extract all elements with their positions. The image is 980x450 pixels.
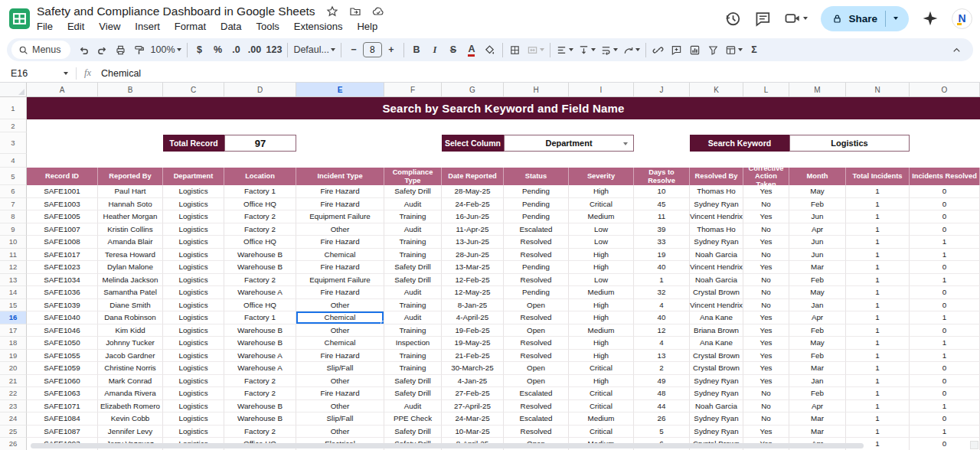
cell-L21[interactable]: Yes bbox=[743, 375, 789, 388]
cell-A17[interactable]: SAFE1046 bbox=[27, 324, 98, 338]
cell-K25[interactable]: Sydney Ryan bbox=[690, 426, 743, 439]
cell-C9[interactable]: Logistics bbox=[163, 223, 224, 236]
cell-K11[interactable]: Noah Garcia bbox=[690, 249, 743, 262]
cell-H17[interactable]: Open bbox=[504, 324, 569, 338]
row-header-5[interactable]: 5 bbox=[0, 168, 27, 185]
cell-M6[interactable]: May bbox=[789, 185, 846, 198]
cell-C15[interactable]: Logistics bbox=[163, 299, 224, 312]
cell-O13[interactable]: 1 bbox=[910, 274, 980, 287]
cell-B9[interactable]: Kristin Collins bbox=[98, 223, 163, 236]
vertical-align-button[interactable] bbox=[576, 41, 598, 59]
cell-I14[interactable]: Medium bbox=[569, 286, 634, 299]
row-header-25[interactable]: 25 bbox=[0, 426, 27, 439]
cell-K15[interactable]: Vincent Hendrix bbox=[690, 299, 743, 312]
table-header-L[interactable]: Corrective Action Taken bbox=[743, 168, 789, 185]
star-icon[interactable] bbox=[326, 5, 338, 18]
cell-N17[interactable]: 1 bbox=[846, 324, 910, 338]
cell-B23[interactable]: Elizabeth Romero bbox=[98, 400, 163, 413]
cell-K8[interactable]: Vincent Hendrix bbox=[690, 210, 743, 223]
cell-B13[interactable]: Melinda Jackson bbox=[98, 274, 163, 287]
cell-G22[interactable]: 27-Feb-25 bbox=[442, 387, 504, 400]
menu-item-extensions[interactable]: Extensions bbox=[294, 21, 343, 32]
cell-L8[interactable]: Yes bbox=[743, 210, 789, 223]
cell-L24[interactable]: No bbox=[743, 412, 789, 426]
cell-C8[interactable]: Logistics bbox=[163, 210, 224, 223]
cell-C13[interactable]: Logistics bbox=[163, 274, 224, 287]
cell-F18[interactable]: Inspection bbox=[384, 337, 442, 350]
cell-E15[interactable]: Other bbox=[296, 299, 384, 312]
cell-B25[interactable]: Jennifer Levy bbox=[98, 426, 163, 439]
cell-O12[interactable]: 0 bbox=[910, 261, 980, 274]
row-header-1[interactable]: 1 bbox=[0, 97, 27, 119]
create-filter-button[interactable] bbox=[704, 41, 723, 59]
cell-B16[interactable]: Dana Robinson bbox=[98, 311, 163, 324]
cell-L10[interactable]: Yes bbox=[743, 236, 789, 249]
menus-search[interactable]: Menus bbox=[11, 41, 70, 59]
cell-M13[interactable]: Feb bbox=[789, 274, 846, 287]
comments-icon[interactable] bbox=[754, 10, 771, 27]
cell-M23[interactable]: Apr bbox=[789, 400, 846, 413]
cell-H12[interactable]: Pending bbox=[504, 261, 569, 274]
cell-E12[interactable]: Fire Hazard bbox=[296, 261, 384, 274]
cell-G23[interactable]: 27-April-25 bbox=[442, 400, 504, 413]
row-header-9[interactable]: 9 bbox=[0, 223, 27, 236]
text-wrap-button[interactable] bbox=[598, 41, 620, 59]
row-header-8[interactable]: 8 bbox=[0, 210, 27, 223]
cell-I6[interactable]: High bbox=[569, 185, 634, 198]
table-header-J[interactable]: Days to Resolve bbox=[634, 168, 690, 185]
merge-cells-button[interactable] bbox=[524, 41, 547, 59]
account-avatar[interactable]: N bbox=[952, 8, 972, 29]
cell-J11[interactable]: 19 bbox=[634, 249, 690, 262]
cell-A24[interactable]: SAFE1084 bbox=[27, 412, 98, 426]
cell-O6[interactable]: 0 bbox=[910, 185, 980, 198]
decrease-font-size-button[interactable]: − bbox=[345, 41, 363, 59]
cell-L25[interactable]: Yes bbox=[743, 426, 789, 439]
cell-A23[interactable]: SAFE1071 bbox=[27, 400, 98, 413]
text-rotation-button[interactable] bbox=[620, 41, 642, 59]
column-header-H[interactable]: H bbox=[504, 83, 569, 96]
cell-G6[interactable]: 28-May-25 bbox=[442, 185, 504, 198]
cell-L9[interactable]: No bbox=[743, 223, 789, 236]
cell-I22[interactable]: Critical bbox=[569, 387, 634, 400]
cell-K9[interactable]: Thomas Ho bbox=[690, 223, 743, 236]
cell-D24[interactable]: Warehouse B bbox=[224, 412, 296, 426]
cell-J6[interactable]: 10 bbox=[634, 185, 690, 198]
paint-format-button[interactable] bbox=[130, 41, 149, 59]
cell-G19[interactable]: 21-Feb-25 bbox=[442, 350, 504, 363]
column-header-M[interactable]: M bbox=[789, 83, 846, 96]
cell-E14[interactable]: Fire Hazard bbox=[296, 286, 384, 299]
cell-H16[interactable]: Resolved bbox=[504, 311, 569, 324]
row-header-13[interactable]: 13 bbox=[0, 274, 27, 287]
table-header-A[interactable]: Record ID bbox=[27, 168, 98, 185]
cell-D22[interactable]: Factory 2 bbox=[224, 387, 296, 400]
cloud-status-icon[interactable] bbox=[372, 5, 384, 18]
cell-I20[interactable]: Critical bbox=[569, 362, 634, 375]
formula-input[interactable]: Chemical bbox=[101, 68, 141, 79]
cell-H6[interactable]: Pending bbox=[504, 185, 569, 198]
cell-D21[interactable]: Factory 2 bbox=[224, 375, 296, 388]
row-header-3[interactable]: 3 bbox=[0, 132, 27, 154]
cell-C12[interactable]: Logistics bbox=[163, 261, 224, 274]
menu-item-file[interactable]: File bbox=[37, 21, 53, 32]
cell-G20[interactable]: 30-March-25 bbox=[442, 362, 504, 375]
cell-I17[interactable]: Medium bbox=[569, 324, 634, 338]
cell-L15[interactable]: No bbox=[743, 299, 789, 312]
cell-I13[interactable]: Low bbox=[569, 274, 634, 287]
cell-F22[interactable]: Safety Drill bbox=[384, 387, 442, 400]
cell-D25[interactable]: Factory 2 bbox=[224, 426, 296, 439]
cell-B7[interactable]: Hannah Soto bbox=[98, 198, 163, 211]
cell-A10[interactable]: SAFE1008 bbox=[27, 236, 98, 249]
cell-A18[interactable]: SAFE1050 bbox=[27, 337, 98, 350]
cell-E16[interactable]: Chemical bbox=[296, 311, 384, 324]
cell-L22[interactable]: No bbox=[743, 387, 789, 400]
cell-J7[interactable]: 45 bbox=[634, 198, 690, 211]
row-header-14[interactable]: 14 bbox=[0, 286, 27, 299]
cell-B18[interactable]: Johnny Tucker bbox=[98, 337, 163, 350]
banner-title[interactable]: Search by Search Keyword and Field Name bbox=[27, 97, 980, 119]
cell-D11[interactable]: Warehouse B bbox=[224, 249, 296, 262]
cell-M20[interactable]: Mar bbox=[789, 362, 846, 375]
cell-M24[interactable]: Mar bbox=[789, 412, 846, 426]
row-header-21[interactable]: 21 bbox=[0, 375, 27, 388]
cell-O19[interactable]: 1 bbox=[910, 350, 980, 363]
cell-D8[interactable]: Factory 2 bbox=[224, 210, 296, 223]
